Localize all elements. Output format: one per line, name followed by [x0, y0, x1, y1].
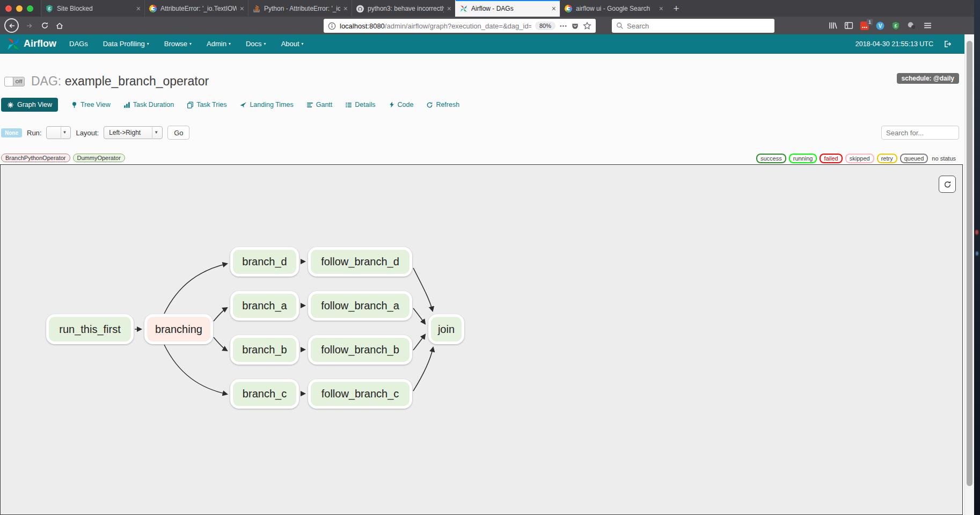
window-controls [0, 0, 41, 17]
logout-icon[interactable] [943, 40, 952, 48]
url-bar[interactable]: localhost:8080/admin/airflow/graph?execu… [324, 19, 596, 33]
dag-node-follow_branch_c[interactable]: follow_branch_c [308, 379, 412, 409]
site-info-icon[interactable] [328, 22, 336, 30]
dag-node-branching[interactable]: branching [144, 314, 213, 344]
dag-title-row: Off DAG: example_branch_operator [4, 74, 209, 89]
page-actions-icon[interactable] [559, 22, 567, 30]
go-button[interactable]: Go [167, 126, 189, 140]
tab-refresh[interactable]: Refresh [426, 101, 459, 108]
toggle-state-label: Off [13, 77, 24, 86]
pocket-icon[interactable] [571, 22, 579, 30]
close-icon[interactable]: × [447, 5, 451, 12]
status-legend: successrunningfailedskippedretryqueuedno… [756, 154, 957, 163]
edge-branching-to-branch_a [214, 308, 227, 321]
dag-node-branch_c[interactable]: branch_c [230, 379, 299, 409]
close-icon[interactable]: × [343, 5, 348, 12]
status-legend-queued: queued [900, 154, 928, 163]
dag-node-run_this_first[interactable]: run_this_first [46, 314, 134, 344]
tab-airflow-dags[interactable]: Airflow - DAGs × [455, 0, 560, 17]
tab-python-attributeerror[interactable]: Python - AttributeError: '_io.Te × [248, 0, 352, 17]
caret-down-icon: ▼ [152, 127, 160, 138]
forward-arrow-icon [25, 21, 34, 30]
brand-label: Airflow [24, 38, 56, 49]
new-tab-button[interactable]: + [667, 0, 685, 17]
close-icon[interactable]: × [659, 5, 663, 12]
tab-title: airflow ui - Google Search [576, 5, 656, 12]
close-window-button[interactable] [5, 5, 12, 12]
edge-branching-to-branch_b [214, 337, 227, 351]
sidebar-toggle-icon[interactable] [844, 21, 853, 30]
library-icon[interactable] [828, 21, 837, 30]
back-button[interactable] [4, 18, 19, 33]
home-button[interactable] [52, 18, 67, 33]
minimize-window-button[interactable] [16, 5, 23, 12]
url-host: localhost:8080 [340, 22, 385, 30]
tab-task-tries[interactable]: Task Tries [187, 101, 226, 108]
tab-gantt[interactable]: Gantt [306, 101, 333, 108]
airflow-brand[interactable]: Airflow [6, 37, 56, 51]
zoom-level-badge[interactable]: 80% [535, 21, 555, 30]
dag-node-follow_branch_b[interactable]: follow_branch_b [308, 335, 412, 365]
tab-site-blocked[interactable]: £ Site Blocked × [41, 0, 144, 17]
extension-red-icon[interactable]: 1 [860, 21, 869, 30]
tab-title: python3: behave incorrectly mo [368, 5, 444, 12]
menu-hamburger-icon[interactable] [923, 21, 932, 30]
extension-spheres-icon[interactable] [907, 21, 916, 30]
forward-button[interactable] [22, 18, 37, 33]
close-icon[interactable]: × [136, 5, 141, 12]
nav-item-docs[interactable]: Docs▾ [246, 40, 266, 48]
tab-code[interactable]: Code [389, 101, 414, 108]
graph-view-icon [7, 101, 14, 108]
browser-search-input[interactable] [627, 22, 770, 30]
reload-button[interactable] [37, 18, 52, 33]
nav-item-admin[interactable]: Admin▾ [207, 40, 231, 48]
tab-title: Airflow - DAGs [471, 5, 548, 12]
page-scrollbar-track[interactable] [964, 34, 974, 515]
caret-down-icon: ▾ [302, 42, 304, 46]
dag-node-branch_a[interactable]: branch_a [230, 291, 299, 321]
url-text[interactable]: localhost:8080/admin/airflow/graph?execu… [340, 22, 531, 30]
dag-node-branch_b[interactable]: branch_b [230, 335, 299, 365]
graph-refresh-button[interactable] [939, 176, 956, 193]
tab-attributeerror[interactable]: AttributeError: '_io.TextIOWrapp × [144, 0, 248, 17]
dag-node-follow_branch_a[interactable]: follow_branch_a [308, 291, 412, 321]
tab-landing-times[interactable]: Landing Times [239, 101, 293, 108]
task-search-input[interactable] [881, 126, 959, 140]
edge-branching-to-branch_d [164, 264, 227, 314]
page-scrollbar-thumb[interactable] [967, 41, 972, 486]
dag-edges [1, 165, 962, 514]
tab-tree-view[interactable]: Tree View [71, 101, 111, 108]
layout-select[interactable]: Left->Right ▼ [104, 126, 163, 139]
tab-airflow-ui-search[interactable]: airflow ui - Google Search × [560, 0, 667, 17]
tab-python3-behave[interactable]: python3: behave incorrectly mo × [352, 0, 455, 17]
toggle-knob [5, 77, 13, 86]
nav-item-about[interactable]: About▾ [281, 40, 304, 48]
stackoverflow-icon [252, 4, 261, 13]
dag-node-join[interactable]: join [428, 314, 464, 344]
airflow-navbar: Airflow DAGs Data Profiling▾ Browse▾ Adm… [0, 34, 964, 54]
run-select[interactable]: ▼ [46, 126, 71, 139]
edge-follow_branch_b-to-join [413, 335, 425, 350]
zoom-window-button[interactable] [27, 5, 33, 12]
edge-follow_branch_d-to-join [413, 268, 433, 311]
wallpaper-detail [975, 230, 978, 235]
dag-node-follow_branch_d[interactable]: follow_branch_d [308, 247, 412, 277]
bookmark-star-icon[interactable] [583, 21, 591, 30]
nav-item-browse[interactable]: Browse▾ [164, 40, 192, 48]
tab-graph-view[interactable]: Graph View [1, 98, 58, 112]
nav-item-dags[interactable]: DAGs [69, 40, 88, 48]
dag-node-branch_d[interactable]: branch_d [230, 247, 299, 277]
tab-task-duration[interactable]: Task Duration [123, 101, 174, 108]
browser-search-bar[interactable] [612, 19, 774, 33]
nav-item-data-profiling[interactable]: Data Profiling▾ [103, 40, 149, 48]
extension-blue-icon[interactable]: V [876, 21, 884, 30]
status-legend-success: success [756, 154, 786, 163]
tab-title: Python - AttributeError: '_io.Te [264, 5, 340, 12]
dag-pause-toggle[interactable]: Off [4, 77, 25, 86]
base-date-badge: None [1, 128, 22, 137]
tab-details[interactable]: Details [345, 101, 375, 108]
shield-icon: £ [45, 4, 54, 13]
extension-shield-icon[interactable]: £ [891, 21, 900, 30]
close-icon[interactable]: × [552, 5, 556, 12]
close-icon[interactable]: × [240, 5, 244, 12]
